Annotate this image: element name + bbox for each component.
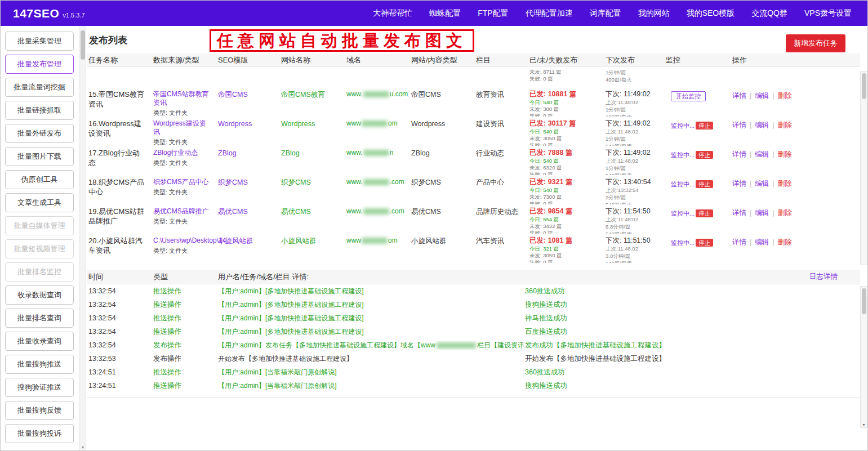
- delete-link[interactable]: 删除: [778, 180, 792, 187]
- detail-link[interactable]: 详情: [732, 209, 746, 217]
- sidebar-item[interactable]: 收录数据查询: [5, 285, 74, 305]
- top-nav-item[interactable]: 交流QQ群: [751, 8, 787, 19]
- top-nav-item[interactable]: 我的SEO模版: [687, 8, 735, 19]
- table-row: 20.小旋风站群汽车资讯 C:\Users\wp\Desktop\14 类型: …: [87, 234, 860, 263]
- edit-link[interactable]: 编辑: [755, 92, 769, 100]
- sidebar-item[interactable]: 批量排名监控: [5, 262, 74, 282]
- stop-monitor-button[interactable]: 停止: [696, 122, 713, 130]
- task-source-path: Wordpress建设资讯: [153, 119, 216, 136]
- sidebar-item[interactable]: 批量收录查询: [5, 332, 74, 351]
- task-name: 18.织梦CMS产品中心: [87, 178, 152, 197]
- published-count: 已发: 7888 篇: [529, 149, 604, 157]
- top-nav-item[interactable]: 我的网站: [638, 8, 670, 19]
- edit-link[interactable]: 编辑: [755, 121, 769, 129]
- monitor-status-button[interactable]: 监控中...: [671, 210, 695, 217]
- top-nav-item[interactable]: FTP配置: [478, 8, 508, 19]
- sidebar-item[interactable]: 批量短视频管理: [5, 239, 74, 258]
- sidebar-item[interactable]: 批量流量词挖掘: [5, 78, 74, 97]
- log-status: 百度推送成功: [523, 327, 860, 337]
- edit-link[interactable]: 编辑: [755, 209, 769, 217]
- sidebar-item[interactable]: 文章生成工具: [5, 193, 74, 212]
- table-header-cell: 下次发布: [604, 55, 664, 65]
- edit-link[interactable]: 编辑: [755, 238, 769, 246]
- daily-limit: 540篇/每天: [606, 143, 664, 146]
- top-nav-item[interactable]: VPS拨号设置: [804, 8, 852, 19]
- sidebar-item[interactable]: 批量链接抓取: [5, 101, 74, 120]
- stop-monitor-button[interactable]: 停止: [696, 209, 713, 217]
- detail-link[interactable]: 详情: [732, 92, 746, 100]
- stop-monitor-button[interactable]: 停止: [696, 151, 713, 159]
- task-actions: 详情|编辑|删除: [731, 119, 860, 130]
- unpublished-count: 未发: 300 篇: [529, 106, 604, 112]
- top-nav-item[interactable]: 大神帮帮忙: [373, 8, 412, 19]
- monitor-status-button[interactable]: 监控中...: [671, 181, 695, 187]
- task-monitor: 监控中...停止: [664, 236, 731, 247]
- task-domain: www..com: [345, 178, 409, 187]
- task-site-name: 织梦CMS: [279, 178, 345, 187]
- log-detail-text: 【用户:admin】[当靠福米敲门原创解说]: [218, 368, 337, 376]
- sidebar-item[interactable]: 批量发布管理: [5, 55, 74, 74]
- sidebar-scrollbar[interactable]: ▼: [79, 26, 86, 450]
- log-detail-link[interactable]: 日志详情: [809, 272, 860, 282]
- task-site-type: Wordpress: [409, 119, 474, 128]
- task-schedule: 下次: 11:54:50 上次:11:48:02 6.8分钟/篇 540篇/每天: [604, 207, 664, 234]
- sidebar-scroll-down-icon[interactable]: ▼: [80, 445, 86, 449]
- detail-link[interactable]: 详情: [732, 180, 746, 187]
- task-site-name: 易优CMS: [279, 207, 345, 216]
- edit-link[interactable]: 编辑: [755, 150, 769, 158]
- monitor-status-button[interactable]: 开始监控: [671, 91, 706, 101]
- monitor-status-button[interactable]: 监控中...: [671, 239, 695, 246]
- unpublished-count: 未发: 8711 篇: [529, 69, 604, 75]
- task-seo-template: Wordpress: [216, 119, 279, 128]
- detail-link[interactable]: 详情: [732, 150, 746, 158]
- monitor-status-button[interactable]: 监控中...: [671, 151, 695, 158]
- sidebar-item[interactable]: 批量搜狗反馈: [5, 401, 74, 420]
- monitor-status-button[interactable]: 监控中...: [671, 122, 695, 129]
- sidebar-scrollbar-thumb[interactable]: [81, 30, 85, 60]
- delete-link[interactable]: 删除: [778, 150, 792, 158]
- top-nav-item[interactable]: 蜘蛛配置: [429, 8, 461, 19]
- sidebar-item[interactable]: 批量排名查询: [5, 309, 74, 328]
- domain-prefix: www.: [346, 207, 363, 215]
- delete-link[interactable]: 删除: [778, 92, 792, 100]
- task-site-name: Wordpress: [279, 119, 345, 128]
- task-source-path: C:\Users\wp\Desktop\14: [153, 236, 216, 245]
- unpublished-count: 未发: 7300 篇: [529, 194, 604, 200]
- sidebar-item[interactable]: 批量图片下载: [5, 147, 74, 166]
- log-row: 13:24:51 推送操作 【用户:admin】[当靠福米敲门原创解说] 搜狗推…: [87, 379, 860, 392]
- table-scrollbar[interactable]: [860, 71, 867, 265]
- log-scroll-down-icon[interactable]: ▼: [861, 423, 867, 427]
- publish-rate: 1分钟/篇: [606, 136, 664, 142]
- task-source: ZBlog行业动态 类型: 文件夹: [152, 149, 216, 167]
- log-scrollbar[interactable]: ▼: [860, 286, 867, 428]
- delete-link[interactable]: 删除: [778, 121, 792, 129]
- sidebar-item[interactable]: 批量采集管理: [5, 32, 74, 51]
- failed-count: 失败: 0 篇: [529, 230, 604, 234]
- stop-monitor-button[interactable]: 停止: [696, 180, 713, 188]
- table-scrollbar-thumb[interactable]: [862, 73, 866, 99]
- task-seo-template: ZBlog: [216, 149, 279, 158]
- action-separator: |: [772, 180, 774, 187]
- edit-link[interactable]: 编辑: [755, 180, 769, 187]
- sidebar-item[interactable]: 批量外链发布: [5, 124, 74, 143]
- sidebar-item[interactable]: 批量自媒体管理: [5, 216, 74, 235]
- task-column: 行业动态: [474, 149, 528, 158]
- task-column: 产品中心: [474, 178, 528, 187]
- log-scrollbar-thumb[interactable]: [862, 288, 866, 314]
- sidebar-item[interactable]: 搜狗验证推送: [5, 378, 74, 397]
- add-task-button[interactable]: 新增发布任务: [786, 34, 845, 52]
- detail-link[interactable]: 详情: [732, 121, 746, 129]
- publish-rate: 3.8分钟/篇: [606, 253, 664, 259]
- top-nav-item[interactable]: 词库配置: [590, 8, 621, 19]
- delete-link[interactable]: 删除: [778, 238, 792, 246]
- action-separator: |: [750, 238, 751, 246]
- detail-link[interactable]: 详情: [732, 238, 746, 246]
- sidebar-item[interactable]: 伪原创工具: [5, 170, 74, 189]
- stop-monitor-button[interactable]: 停止: [696, 239, 713, 247]
- top-nav-item[interactable]: 代理配置加速: [526, 8, 573, 19]
- log-detail: 【用户:admin】[当靠福米敲门原创解说]: [216, 368, 523, 377]
- task-seo-template: 织梦CMS: [216, 178, 279, 187]
- sidebar-item[interactable]: 批量搜狗推送: [5, 355, 74, 374]
- sidebar-item[interactable]: 批量搜狗投诉: [5, 424, 74, 443]
- delete-link[interactable]: 删除: [778, 209, 792, 217]
